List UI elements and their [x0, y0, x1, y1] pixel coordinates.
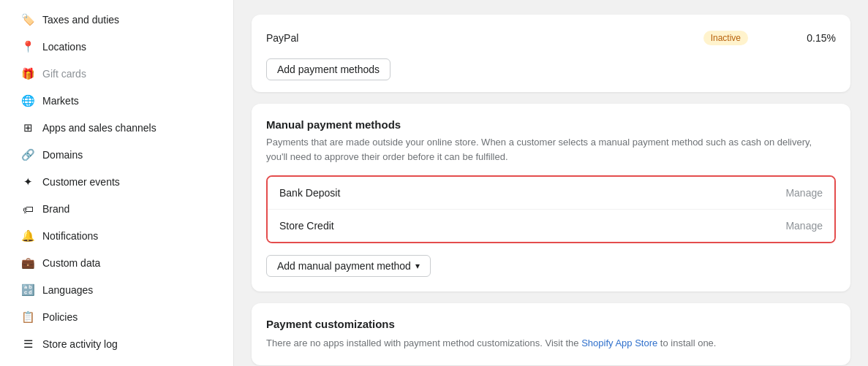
sidebar-item-customer-events[interactable]: ✦ Customer events — [6, 169, 227, 195]
store-credit-name: Store Credit — [279, 220, 334, 232]
sidebar-item-taxes-duties[interactable]: 🏷️ Taxes and duties — [6, 7, 227, 33]
inactive-badge: Inactive — [703, 31, 748, 45]
sidebar-item-label: Customer events — [42, 176, 120, 188]
sidebar-item-label: Gift cards — [42, 68, 86, 80]
payment-customizations-description: There are no apps installed with payment… — [266, 336, 836, 351]
sidebar-item-markets[interactable]: 🌐 Markets — [6, 88, 227, 114]
sidebar-item-store-activity-log[interactable]: ☰ Store activity log — [6, 331, 227, 357]
customer-events-icon: ✦ — [20, 175, 35, 189]
policies-icon: 📋 — [20, 310, 35, 324]
sidebar-item-label: Domains — [42, 149, 83, 161]
payment-customizations-card: Payment customizations There are no apps… — [252, 303, 850, 365]
store-credit-manage-link[interactable]: Manage — [785, 220, 823, 232]
markets-icon: 🌐 — [20, 94, 35, 108]
taxes-duties-icon: 🏷️ — [20, 12, 35, 27]
sidebar-item-label: Brand — [42, 203, 69, 215]
gift-cards-icon: 🎁 — [20, 66, 35, 81]
sidebar-item-languages[interactable]: 🔡 Languages — [6, 277, 227, 303]
customizations-desc-end: to install one. — [657, 338, 716, 348]
bank-deposit-name: Bank Deposit — [279, 187, 340, 199]
sidebar-item-gift-cards: 🎁 Gift cards — [6, 61, 227, 87]
sidebar-item-label: Custom data — [42, 257, 100, 269]
sidebar-item-label: Apps and sales channels — [42, 122, 156, 134]
sidebar: 🏷️ Taxes and duties 📍 Locations 🎁 Gift c… — [0, 0, 234, 366]
payment-customizations-title: Payment customizations — [266, 318, 836, 330]
add-manual-payment-method-button[interactable]: Add manual payment method ▾ — [266, 255, 431, 277]
paypal-percent: 0.15% — [792, 32, 836, 44]
manual-payment-title: Manual payment methods — [266, 118, 836, 131]
sidebar-item-label: Taxes and duties — [42, 14, 119, 26]
sidebar-item-custom-data[interactable]: 💼 Custom data — [6, 250, 227, 276]
sidebar-item-locations[interactable]: 📍 Locations — [6, 34, 227, 60]
main-content: PayPal Inactive 0.15% Add payment method… — [234, 0, 868, 366]
sidebar-item-brand[interactable]: 🏷 Brand — [6, 196, 227, 222]
bank-deposit-row: Bank Deposit Manage — [268, 177, 834, 210]
location-icon: 📍 — [20, 39, 35, 54]
paypal-card: PayPal Inactive 0.15% Add payment method… — [252, 15, 850, 92]
manual-payment-methods-card: Manual payment methods Payments that are… — [252, 104, 850, 291]
custom-data-icon: 💼 — [20, 256, 35, 270]
store-credit-row: Store Credit Manage — [268, 210, 834, 242]
shopify-app-store-link[interactable]: Shopify App Store — [581, 338, 657, 348]
sidebar-item-label: Locations — [42, 41, 86, 53]
store-activity-log-icon: ☰ — [20, 337, 35, 351]
manual-payment-description: Payments that are made outside your onli… — [266, 135, 836, 164]
manual-methods-box: Bank Deposit Manage Store Credit Manage — [266, 175, 836, 243]
notifications-icon: 🔔 — [20, 229, 35, 243]
sidebar-item-label: Policies — [42, 311, 78, 323]
sidebar-item-notifications[interactable]: 🔔 Notifications — [6, 223, 227, 249]
sidebar-item-policies[interactable]: 📋 Policies — [6, 304, 227, 330]
sidebar-item-domains[interactable]: 🔗 Domains — [6, 142, 227, 168]
sidebar-item-label: Markets — [42, 95, 79, 107]
sidebar-item-apps-sales-channels[interactable]: ⊞ Apps and sales channels — [6, 115, 227, 141]
add-manual-btn-label: Add manual payment method — [277, 260, 411, 272]
domains-icon: 🔗 — [20, 148, 35, 162]
bank-deposit-manage-link[interactable]: Manage — [785, 187, 823, 199]
chevron-down-icon: ▾ — [415, 261, 420, 271]
add-payment-methods-button[interactable]: Add payment methods — [266, 58, 390, 80]
brand-icon: 🏷 — [20, 202, 35, 216]
customizations-desc-start: There are no apps installed with payment… — [266, 338, 581, 348]
paypal-name: PayPal — [266, 32, 703, 44]
sidebar-item-label: Languages — [42, 284, 93, 296]
languages-icon: 🔡 — [20, 283, 35, 297]
paypal-row: PayPal Inactive 0.15% — [266, 23, 836, 53]
apps-icon: ⊞ — [20, 121, 35, 135]
sidebar-item-label: Store activity log — [42, 338, 118, 350]
sidebar-item-label: Notifications — [42, 230, 98, 242]
